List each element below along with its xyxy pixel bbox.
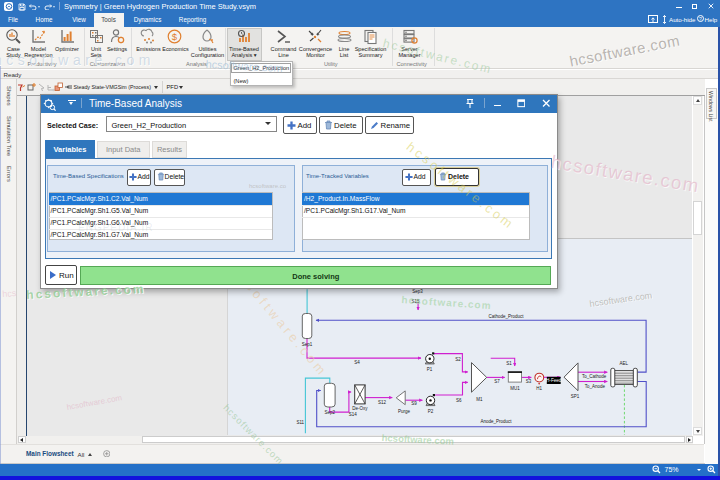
svg-text:S3: S3 (525, 379, 531, 384)
svg-text:S6: S6 (456, 398, 462, 403)
svg-text:S1: S1 (506, 362, 512, 367)
svg-text:To_Cathode: To_Cathode (581, 375, 606, 380)
svg-text:$: $ (172, 31, 178, 42)
svg-text:Sep1: Sep1 (301, 342, 312, 347)
svg-text:P2: P2 (427, 410, 433, 415)
svg-text:Cathode_Product: Cathode_Product (488, 315, 524, 320)
svg-text:De-Oxy: De-Oxy (352, 406, 368, 411)
svg-text:AEL: AEL (619, 361, 628, 366)
svg-text:H-Feed: H-Feed (546, 378, 562, 383)
svg-text:To_Anode: To_Anode (584, 384, 605, 389)
svg-text:Purge: Purge (397, 410, 410, 415)
svg-text:S12: S12 (377, 401, 386, 406)
svg-text:S4: S4 (354, 360, 360, 365)
svg-text:SP1: SP1 (570, 394, 579, 399)
svg-text:Sep3: Sep3 (412, 290, 423, 295)
svg-text:MU1: MU1 (510, 386, 520, 391)
svg-text:Anode_Product: Anode_Product (480, 419, 512, 424)
svg-text:S7: S7 (494, 379, 500, 384)
svg-text:Sep2: Sep2 (324, 410, 335, 415)
svg-text:H1: H1 (536, 387, 542, 392)
svg-text:P1: P1 (426, 367, 432, 372)
svg-text:S2: S2 (455, 358, 461, 363)
svg-text:S14: S14 (348, 412, 357, 417)
svg-text:S11: S11 (296, 421, 304, 426)
svg-text:S9: S9 (411, 402, 417, 407)
svg-text:S15: S15 (411, 300, 420, 305)
svg-text:M1: M1 (476, 397, 483, 402)
